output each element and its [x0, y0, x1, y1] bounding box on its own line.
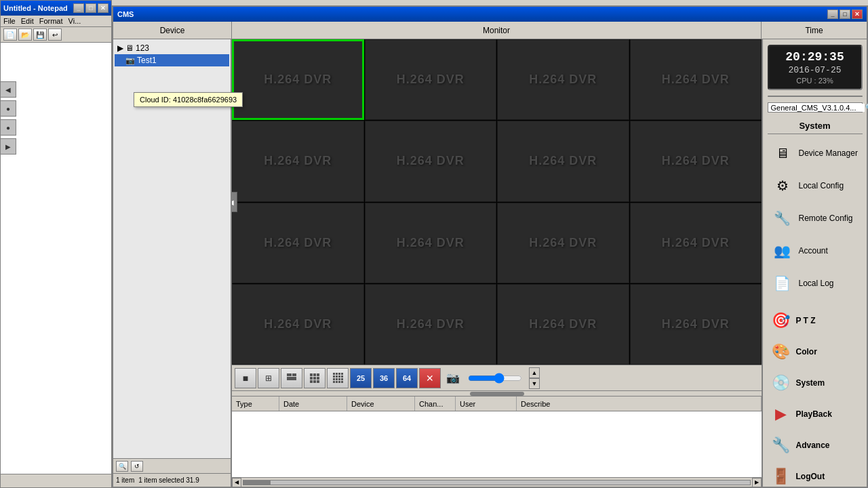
menu-view[interactable]: Vi...: [68, 17, 81, 25]
menu-file[interactable]: File: [3, 17, 16, 25]
device-refresh-btn[interactable]: ↺: [131, 461, 143, 472]
scroll-thumb-h: [243, 481, 271, 485]
toolbar-undo-btn[interactable]: ↩: [48, 28, 62, 41]
account-label: Account: [799, 246, 828, 256]
view-64-button[interactable]: 64: [396, 368, 418, 388]
monitor-cell-12[interactable]: H.264 DVR: [232, 284, 364, 365]
remote-config-button[interactable]: 🔧 Remote Config: [768, 205, 863, 232]
cms-titlebar: CMS _ □ ✕: [113, 7, 867, 22]
scroll-thumb: [470, 392, 524, 396]
toolbar-save-btn[interactable]: 💾: [33, 28, 47, 41]
device-footer: 1 item 1 item selected 31.9: [113, 473, 231, 487]
menu-format[interactable]: Format: [39, 17, 63, 25]
toolbar-open-btn[interactable]: 📂: [18, 28, 32, 41]
device-manager-button[interactable]: 🖥 Device Manager: [768, 140, 863, 167]
side-icon-2[interactable]: ●: [0, 100, 16, 117]
advance-nav-button[interactable]: 🔧 Advance: [768, 432, 863, 458]
monitor-cell-10[interactable]: H.264 DVR: [497, 203, 629, 283]
ptz-nav-label: P T Z: [796, 316, 816, 325]
monitor-cell-9[interactable]: H.264 DVR: [365, 203, 497, 283]
monitor-cell-0[interactable]: H.264 DVR: [232, 39, 364, 120]
device-items-label: 1 item: [116, 476, 134, 484]
monitor-cell-13[interactable]: H.264 DVR: [365, 284, 497, 365]
text-editor-maximize-button[interactable]: □: [85, 3, 96, 13]
account-button[interactable]: 👥 Account: [768, 237, 863, 264]
volume-slider[interactable]: [468, 373, 522, 384]
view-1-button[interactable]: ■: [235, 368, 256, 388]
ptz-nav-icon: 🎯: [772, 311, 791, 330]
view-4-button[interactable]: ⊞: [258, 368, 279, 388]
collapse-panel-arrow[interactable]: ◀: [232, 192, 237, 212]
scroll-right-button[interactable]: ▶: [752, 478, 762, 487]
cms-window: CMS _ □ ✕ Device Monitor Time: [112, 5, 868, 488]
view-close-button[interactable]: ✕: [419, 368, 441, 388]
monitor-toolbar: ■ ⊞: [232, 365, 762, 390]
device-node-123[interactable]: ▶ 🖥 123: [115, 42, 229, 54]
local-config-button[interactable]: ⚙ Local Config: [768, 172, 863, 199]
text-editor-menu: File Edit Format Vi...: [1, 16, 111, 27]
monitor-cell-1[interactable]: H.264 DVR: [365, 39, 497, 120]
scroll-down-button[interactable]: ▼: [529, 378, 540, 389]
logout-nav-button[interactable]: 🚪 LogOut: [768, 464, 863, 488]
right-panel: 20:29:35 2016-07-25 CPU : 23% 🔍 System: [762, 39, 867, 487]
device-icon: 📷: [125, 56, 135, 65]
scroll-up-button[interactable]: ▲: [529, 367, 540, 378]
text-editor-close-button[interactable]: ✕: [98, 3, 108, 13]
cms-title-label: CMS: [117, 10, 134, 18]
local-log-button[interactable]: 📄 Local Log: [768, 270, 863, 297]
event-log-body: [232, 411, 762, 477]
monitor-cell-14[interactable]: H.264 DVR: [497, 284, 629, 365]
search-input[interactable]: [771, 104, 865, 112]
side-icon-4[interactable]: ▶: [0, 138, 16, 155]
view-9-button[interactable]: [304, 368, 326, 388]
cms-body: ▶ 🖥 123 📷 Test1 Cloud ID: 41028c8fa66296…: [113, 39, 867, 487]
monitor-cell-15[interactable]: H.264 DVR: [630, 284, 762, 365]
side-icon-1[interactable]: ◀: [0, 81, 16, 98]
cms-close-button[interactable]: ✕: [852, 9, 863, 19]
monitor-cell-11[interactable]: H.264 DVR: [630, 203, 762, 283]
ptz-nav-button[interactable]: 🎯 P T Z: [768, 308, 863, 333]
col-chan: Chan...: [415, 396, 456, 411]
advance-nav-label: Advance: [796, 441, 830, 450]
local-log-icon: 📄: [772, 272, 793, 294]
color-nav-button[interactable]: 🎨 Color: [768, 339, 863, 365]
text-editor-minimize-button[interactable]: _: [73, 3, 84, 13]
local-config-label: Local Config: [799, 181, 844, 190]
date-value: 2016-07-25: [774, 65, 856, 75]
node-icon: 🖥: [125, 43, 134, 53]
monitor-cell-8[interactable]: H.264 DVR: [232, 203, 364, 283]
scroll-indicator: [232, 390, 762, 396]
system-nav-button[interactable]: 💿 System: [768, 370, 863, 396]
side-icon-3[interactable]: ●: [0, 119, 16, 136]
node-label-123: 123: [136, 43, 149, 53]
view-36-button[interactable]: 36: [373, 368, 395, 388]
monitor-cell-4[interactable]: H.264 DVR: [232, 121, 364, 201]
horizontal-scrollbar: ◀ ▶: [232, 477, 762, 487]
event-log-header: Type Date Device Chan... User: [232, 396, 762, 411]
monitor-cell-label-6: H.264 DVR: [529, 154, 597, 168]
playback-nav-label: PlayBack: [796, 409, 832, 419]
playback-nav-button[interactable]: ▶ PlayBack: [768, 401, 863, 427]
ptz-icon-btn[interactable]: 📷: [442, 368, 464, 388]
device-manager-label: Device Manager: [799, 148, 858, 158]
view-6-button[interactable]: [281, 368, 302, 388]
monitor-grid: H.264 DVR H.264 DVR H.264 DVR H.264 DVR: [232, 39, 762, 365]
view-16-button[interactable]: [327, 368, 349, 388]
monitor-cell-5[interactable]: H.264 DVR: [365, 121, 497, 201]
system-nav-icon: 💿: [772, 373, 791, 392]
monitor-cell-7[interactable]: H.264 DVR: [630, 121, 762, 201]
scroll-left-button[interactable]: ◀: [232, 478, 241, 487]
monitor-cell-6[interactable]: H.264 DVR: [497, 121, 629, 201]
monitor-cell-label-13: H.264 DVR: [397, 317, 465, 331]
monitor-cell-3[interactable]: H.264 DVR: [630, 39, 762, 120]
view-25-button[interactable]: 25: [350, 368, 372, 388]
search-icon[interactable]: 🔍: [865, 103, 869, 112]
monitor-cell-label-4: H.264 DVR: [264, 154, 332, 168]
cms-maximize-button[interactable]: □: [840, 9, 850, 19]
cms-minimize-button[interactable]: _: [827, 9, 838, 19]
monitor-cell-2[interactable]: H.264 DVR: [497, 39, 629, 120]
toolbar-new-btn[interactable]: 📄: [3, 28, 17, 41]
menu-edit[interactable]: Edit: [21, 17, 34, 25]
device-node-test1[interactable]: 📷 Test1: [115, 54, 229, 66]
device-search-btn[interactable]: 🔍: [116, 461, 128, 472]
